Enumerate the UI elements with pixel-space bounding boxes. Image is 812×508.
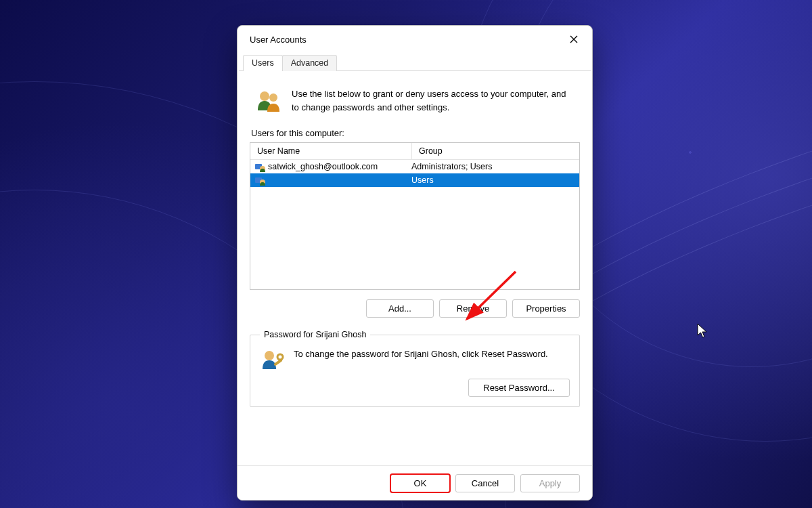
properties-button[interactable]: Properties [512, 299, 580, 318]
password-text: To change the password for Srijani Ghosh… [294, 347, 548, 361]
user-icon [254, 161, 265, 172]
cursor-icon [697, 323, 709, 339]
svg-point-1 [269, 93, 277, 102]
dialog-footer: OK Cancel Apply [238, 465, 592, 500]
reset-password-button[interactable]: Reset Password... [468, 379, 570, 397]
tab-advanced[interactable]: Advanced [282, 55, 338, 71]
apply-button[interactable]: Apply [520, 474, 580, 492]
svg-point-6 [265, 351, 274, 360]
titlebar[interactable]: User Accounts [238, 26, 592, 53]
user-accounts-dialog: User Accounts Users Advanced Use the lis… [237, 25, 593, 501]
svg-point-8 [277, 354, 283, 360]
ok-button[interactable]: OK [390, 474, 450, 492]
cancel-button[interactable]: Cancel [455, 474, 515, 492]
user-group-cell: Administrators; Users [409, 162, 579, 171]
users-listview[interactable]: User Name Group satwick_ghosh@outlook.co… [250, 142, 580, 290]
add-button[interactable]: Add... [366, 299, 434, 318]
key-user-icon [260, 347, 284, 372]
tabstrip: Users Advanced [239, 53, 591, 71]
intro-text: Use the list below to grant or deny user… [292, 87, 574, 114]
remove-button[interactable]: Remove [439, 299, 507, 318]
users-section-label: Users for this computer: [251, 128, 580, 138]
user-icon [254, 175, 265, 186]
column-header-group[interactable]: Group [412, 143, 579, 159]
password-legend: Password for Srijani Ghosh [260, 330, 370, 339]
svg-point-0 [260, 91, 269, 101]
column-header-username[interactable]: User Name [250, 143, 412, 159]
user-group-cell: Users [409, 175, 579, 185]
close-icon [570, 35, 578, 43]
password-groupbox: Password for Srijani Ghosh To change the… [250, 330, 580, 407]
users-tab-panel: Use the list below to grant or deny user… [238, 71, 592, 412]
user-name-cell: satwick_ghosh@outlook.com [268, 162, 378, 171]
listview-header[interactable]: User Name Group [250, 143, 579, 160]
close-button[interactable] [558, 28, 589, 51]
user-row[interactable]: Users [250, 173, 579, 187]
people-icon [255, 87, 282, 114]
user-row[interactable]: satwick_ghosh@outlook.com Administrators… [250, 160, 579, 173]
window-title: User Accounts [250, 35, 558, 45]
tab-users[interactable]: Users [243, 55, 283, 71]
